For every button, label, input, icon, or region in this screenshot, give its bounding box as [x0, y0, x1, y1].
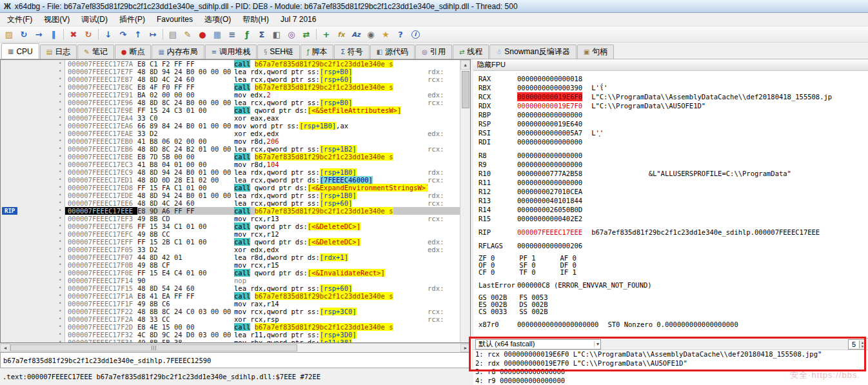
tab-log[interactable]: ▤日志	[40, 44, 77, 59]
breakpoint-dot[interactable]: •	[59, 230, 62, 237]
tab-script[interactable]: ƒ脚本	[301, 44, 334, 59]
call-stack-icon[interactable]: ≡	[225, 27, 239, 41]
register-row[interactable]: RIP000007FEEEC17EEEb67a7ef835d81f29bc2f1…	[478, 228, 868, 237]
disasm-row[interactable]: •000007FEEEC17F0B49 8B CFmov rcx,r15	[1, 261, 470, 269]
open-file-icon[interactable]: ▨	[2, 27, 16, 41]
scroll-up-arrow-icon[interactable]: ▲	[460, 60, 470, 70]
breakpoint-dot[interactable]: •	[59, 129, 62, 137]
symbols-icon[interactable]: Σ	[255, 27, 269, 41]
breakpoint-dot[interactable]: •	[59, 98, 62, 106]
graph-icon[interactable]: ◉	[364, 27, 378, 41]
tab-references[interactable]: ◎引用	[415, 44, 452, 59]
breakpoint-dot[interactable]: •	[59, 90, 62, 98]
registers-panel[interactable]: RAX0000000000000018RBX0000000000000390L'…	[473, 71, 868, 338]
disasm-row[interactable]: •000007FEEEC17F2A48 33 CCxor rcx,rsprcx:	[1, 315, 470, 323]
register-row[interactable]: RBP0000000000000000	[478, 110, 868, 119]
menu-item[interactable]: 文件(F)	[1, 13, 38, 26]
breakpoint-dot[interactable]: •	[59, 83, 62, 90]
breakpoint-dot[interactable]: •	[59, 199, 62, 206]
about-info-icon[interactable]: i	[408, 27, 422, 41]
breakpoint-dot[interactable]: •	[59, 67, 62, 75]
help-icon[interactable]: ?	[393, 27, 408, 41]
breakpoint-dot[interactable]: •	[59, 237, 62, 245]
disasm-row[interactable]: •000007FEEEC17E7F48 8D 94 24 B0 00 00 00…	[1, 68, 470, 75]
register-row[interactable]: R130000000040101844	[478, 196, 868, 205]
menu-item[interactable]: Favourites	[151, 14, 199, 25]
disasm-row[interactable]: •000007FEEEC17EC948 8D 94 24 B0 01 00 00…	[1, 168, 470, 176]
breakpoints-icon[interactable]: ●	[195, 27, 210, 41]
disasm-row[interactable]: •000007FEEEC17EFC49 8B CCmov rcx,r12	[1, 230, 470, 238]
references-icon[interactable]: ◎	[284, 27, 299, 41]
disassembly-view[interactable]: •000007FEEEC17E7AE8 C1 F2 FF FFcall b67a…	[0, 59, 471, 343]
breakpoint-dot[interactable]: •	[59, 291, 62, 299]
register-row[interactable]: RBX0000000000000390L'ΐ'	[478, 83, 868, 92]
run-to-cursor-icon[interactable]: ↦	[146, 27, 160, 41]
breakpoint-dot[interactable]: •	[59, 214, 62, 222]
breakpoint-dot[interactable]: •	[59, 144, 62, 152]
disasm-row[interactable]: •000007FEEEC17F1548 8D 54 24 60lea rdx,q…	[1, 284, 470, 292]
menu-item[interactable]: 视图(V)	[38, 13, 75, 26]
disasm-row[interactable]: RIP•000007FEEEC17EEEE8 9D A6 FF FFcall b…	[1, 207, 470, 215]
tab-memory-map[interactable]: ▦内存布局	[152, 44, 204, 59]
register-row[interactable]: R110000000000000000	[478, 178, 868, 187]
disasm-horizontal-scrollbar[interactable]: ◄ ►	[0, 343, 471, 352]
pause-icon[interactable]: ‖	[46, 27, 61, 41]
memory-map-icon[interactable]: ▦	[210, 27, 224, 41]
breakpoint-dot[interactable]: •	[59, 206, 62, 214]
breakpoint-dot[interactable]: •	[59, 152, 62, 160]
disasm-row[interactable]: •000007FEEEC17E7AE8 C1 F2 FF FFcall b67a…	[1, 60, 470, 68]
step-out-icon[interactable]: ↑	[131, 27, 145, 41]
breakpoint-dot[interactable]: •	[59, 59, 62, 67]
register-row[interactable]: CS 0033 SS 002B	[478, 308, 868, 315]
disasm-row[interactable]: •000007FEEEC17EBEE8 7D 5B 00 00call b67a…	[1, 153, 470, 161]
breakpoint-dot[interactable]: •	[59, 299, 62, 307]
patches-icon[interactable]: +	[319, 27, 333, 41]
tab-cpu[interactable]: ▦CPU	[1, 43, 39, 59]
disasm-row[interactable]: •000007FEEEC17EB041 B8 06 02 00 00mov r8…	[1, 137, 470, 145]
register-row[interactable]: R1000000000777A2B58 &L"ALLUSERSPROFILE=C…	[478, 169, 868, 178]
tab-threads[interactable]: ⇄线程	[453, 44, 489, 59]
register-row[interactable]: RAX0000000000000018	[478, 74, 868, 83]
disasm-row[interactable]: •000007FEEEC17EAE33 D2xor edx,edxedx:	[1, 130, 470, 137]
tab-snowman[interactable]: ☃Snowman反编译器	[489, 44, 576, 59]
breakpoint-dot[interactable]: •	[59, 222, 62, 230]
disasm-row[interactable]: •000007FEEEC17EB648 8D 8C 24 B2 01 00 00…	[1, 145, 470, 153]
threads-icon[interactable]: ⇄	[299, 27, 313, 41]
breakpoint-dot[interactable]: •	[59, 114, 62, 121]
breakpoint-dot[interactable]: •	[59, 245, 62, 253]
register-row[interactable]: x87r000000000000000000000ST0 Nonzero 0.0…	[478, 320, 868, 329]
disasm-row[interactable]: •000007FEEEC17EC341 B8 04 01 00 00mov r8…	[1, 161, 470, 168]
disasm-row[interactable]: •000007FEEEC17E9EFF 15 24 C3 01 00call q…	[1, 106, 470, 114]
breakpoint-dot[interactable]: •	[59, 284, 62, 291]
breakpoint-dot[interactable]: •	[59, 75, 62, 83]
breakpoint-dot[interactable]: •	[59, 106, 62, 114]
argument-row[interactable]: 2: rdx 000000000019E7F0 L"C:\\ProgramDat…	[473, 359, 868, 368]
register-row[interactable]: R1500000000000402E2	[478, 214, 868, 223]
register-row[interactable]: R120000000027010CEA	[478, 187, 868, 196]
disasm-vertical-scrollbar[interactable]: ▲	[460, 60, 470, 342]
register-row[interactable]: R90000000000000000	[478, 160, 868, 169]
breakpoint-dot[interactable]: •	[59, 175, 62, 183]
register-row[interactable]: RFLAGS0000000000000206	[478, 241, 868, 250]
log-icon[interactable]: ▤	[166, 27, 180, 41]
strings-az-icon[interactable]: Az	[349, 27, 363, 41]
favourites-star-icon[interactable]: ★	[379, 27, 393, 41]
register-row[interactable]: R140000000026050B0D	[478, 205, 868, 214]
spinner-down-icon[interactable]: ▼	[860, 344, 865, 348]
disasm-row[interactable]: •000007FEEEC17F0EFF 15 E4 C4 01 00call q…	[1, 269, 470, 277]
disasm-row[interactable]: •000007FEEEC17F1AE8 41 EA FF FFcall b67a…	[1, 292, 470, 300]
menu-item[interactable]: 选项(O)	[199, 13, 237, 26]
disasm-row[interactable]: •000007FEEEC17E8CE8 4F F0 FF FFcall b67a…	[1, 83, 470, 91]
calling-convention-select[interactable]: 默认 (x64 fastcall) ▾	[475, 339, 601, 350]
breakpoint-dot[interactable]: •	[59, 315, 62, 322]
disasm-row[interactable]: •000007FEEEC17E9648 8D 8C 24 B0 00 00 00…	[1, 99, 470, 106]
script-icon[interactable]: ƒ	[240, 27, 254, 41]
notes-icon[interactable]: ✎	[181, 27, 195, 41]
breakpoint-dot[interactable]: •	[59, 276, 62, 284]
disasm-row[interactable]: •000007FEEEC17F2DE8 4E 15 00 00call b67a…	[1, 323, 470, 331]
tab-breakpoints[interactable]: ●断点	[115, 44, 152, 59]
breakpoint-dot[interactable]: •	[59, 253, 62, 261]
disasm-row[interactable]: •000007FEEEC17F1F49 8B C6mov rax,r14	[1, 300, 470, 308]
step-over-icon[interactable]: ↷	[116, 27, 130, 41]
disasm-row[interactable]: •000007FEEEC17ED148 8D 0D 28 E1 02 00lea…	[1, 176, 470, 184]
